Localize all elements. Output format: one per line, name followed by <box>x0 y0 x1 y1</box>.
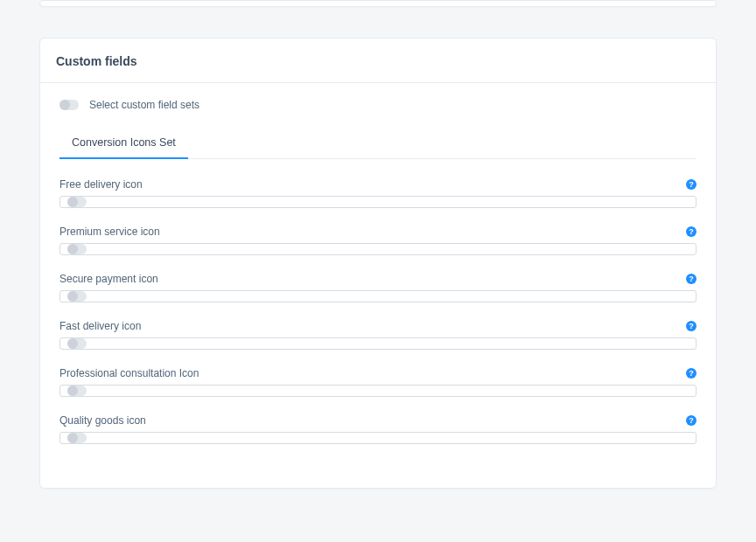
field-input[interactable] <box>60 385 696 397</box>
field-toggle[interactable] <box>67 386 87 396</box>
toggle-knob <box>67 197 78 207</box>
field-professional-consultation: Professional consultation Icon ? <box>60 367 696 397</box>
toggle-knob <box>67 338 78 349</box>
select-custom-sets-toggle[interactable] <box>60 100 79 110</box>
field-label: Premium service icon <box>60 226 160 238</box>
field-toggle[interactable] <box>67 291 87 302</box>
field-premium-service: Premium service icon ? <box>60 226 696 255</box>
select-custom-sets-row: Select custom field sets <box>60 99 696 111</box>
tab-conversion-icons[interactable]: Conversion Icons Set <box>60 136 188 159</box>
field-quality-goods: Quality goods icon ? <box>60 414 696 444</box>
field-input[interactable] <box>60 337 696 350</box>
field-secure-payment: Secure payment icon ? <box>60 273 696 302</box>
field-label-row: Premium service icon ? <box>60 226 696 238</box>
field-input[interactable] <box>60 243 696 255</box>
field-label: Free delivery icon <box>60 178 143 191</box>
help-icon[interactable]: ? <box>686 226 696 237</box>
field-toggle[interactable] <box>67 197 87 207</box>
card-header: Custom fields <box>40 38 716 83</box>
field-free-delivery: Free delivery icon ? <box>60 178 696 208</box>
toggle-knob <box>67 386 78 396</box>
field-label: Quality goods icon <box>60 414 146 427</box>
field-label: Professional consultation Icon <box>60 367 199 379</box>
tabs: Conversion Icons Set <box>60 136 696 159</box>
field-label-row: Quality goods icon ? <box>60 414 696 427</box>
select-custom-sets-label: Select custom field sets <box>89 99 200 111</box>
field-fast-delivery: Fast delivery icon ? <box>60 320 696 350</box>
card-body: Select custom field sets Conversion Icon… <box>40 83 716 488</box>
toggle-knob <box>67 433 78 443</box>
field-label-row: Free delivery icon ? <box>60 178 696 191</box>
field-toggle[interactable] <box>67 338 87 349</box>
field-input[interactable] <box>60 290 696 302</box>
field-label-row: Fast delivery icon ? <box>60 320 696 332</box>
field-toggle[interactable] <box>67 244 87 254</box>
previous-card-edge <box>39 0 717 7</box>
field-toggle[interactable] <box>67 433 87 443</box>
toggle-knob <box>67 244 78 254</box>
toggle-knob <box>67 291 78 302</box>
field-label: Fast delivery icon <box>60 320 141 332</box>
custom-fields-card: Custom fields Select custom field sets C… <box>39 38 717 489</box>
help-icon[interactable]: ? <box>686 321 696 331</box>
field-label-row: Secure payment icon ? <box>60 273 696 285</box>
field-label: Secure payment icon <box>60 273 158 285</box>
field-input[interactable] <box>60 432 696 444</box>
field-label-row: Professional consultation Icon ? <box>60 367 696 379</box>
help-icon[interactable]: ? <box>686 368 696 379</box>
card-title: Custom fields <box>56 54 700 68</box>
help-icon[interactable]: ? <box>686 274 696 284</box>
help-icon[interactable]: ? <box>686 179 696 190</box>
toggle-knob <box>60 100 70 110</box>
help-icon[interactable]: ? <box>686 415 696 426</box>
field-input[interactable] <box>60 196 696 208</box>
